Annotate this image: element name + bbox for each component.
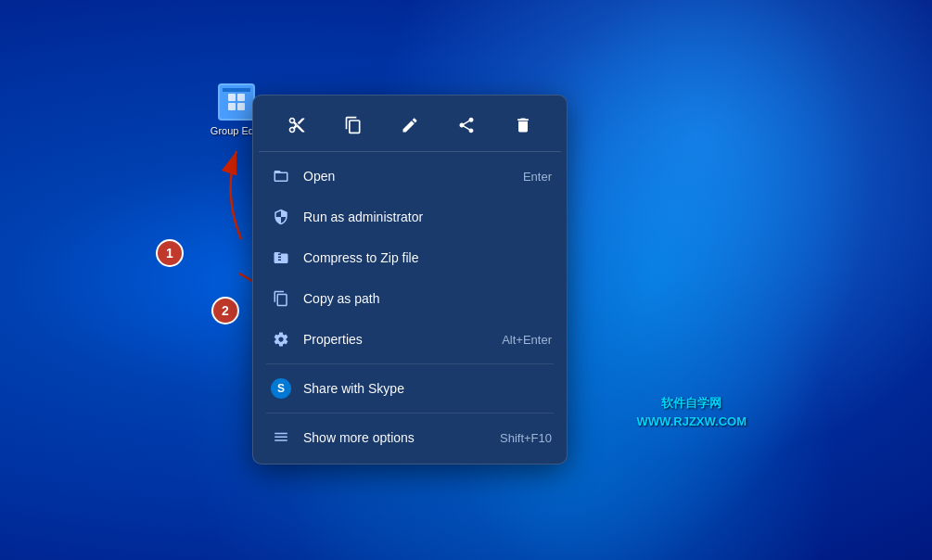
svg-rect-3	[237, 103, 245, 110]
properties-icon	[268, 326, 294, 352]
menu-item-more-options-label: Show more options	[303, 430, 500, 445]
menu-item-skype-label: Share with Skype	[303, 381, 552, 396]
menu-item-open-label: Open	[303, 169, 523, 184]
watermark: 软件自学网 WWW.RJZXW.COM	[637, 394, 747, 430]
toolbar-rename-button[interactable]	[393, 108, 427, 142]
desktop-icon-image	[218, 83, 255, 121]
context-menu: Open Enter Run as administrator Compress…	[252, 95, 568, 465]
toolbar-copy-button[interactable]	[337, 108, 370, 142]
skype-icon: S	[268, 375, 294, 401]
toolbar-delete-button[interactable]	[506, 108, 540, 142]
toolbar-cut-button[interactable]	[280, 108, 313, 142]
menu-item-run-admin-label: Run as administrator	[303, 210, 552, 224]
shield-icon	[268, 204, 294, 230]
menu-item-properties-label: Properties	[303, 332, 502, 347]
context-menu-toolbar	[259, 101, 561, 152]
menu-item-copy-path-label: Copy as path	[303, 291, 552, 306]
copy-path-icon	[268, 286, 294, 312]
svg-rect-0	[228, 94, 236, 101]
menu-item-compress[interactable]: Compress to Zip file	[259, 237, 561, 278]
menu-item-more-options-shortcut: Shift+F10	[500, 431, 552, 445]
menu-item-open-shortcut: Enter	[523, 170, 552, 184]
menu-item-compress-label: Compress to Zip file	[303, 250, 552, 265]
menu-separator-2	[266, 413, 554, 414]
menu-item-open[interactable]: Open Enter	[259, 156, 561, 197]
svg-rect-1	[237, 94, 245, 101]
watermark-line2: WWW.RJZXW.COM	[637, 413, 747, 431]
zip-icon	[268, 245, 294, 271]
watermark-line1: 软件自学网	[637, 394, 747, 413]
menu-item-properties-shortcut: Alt+Enter	[502, 333, 552, 347]
menu-separator-1	[266, 363, 554, 364]
step-badge-2: 2	[211, 297, 239, 325]
menu-item-properties[interactable]: Properties Alt+Enter	[259, 319, 561, 360]
menu-item-run-admin[interactable]: Run as administrator	[259, 197, 561, 237]
menu-item-copy-path[interactable]: Copy as path	[259, 278, 561, 319]
open-icon	[268, 163, 294, 189]
menu-item-skype[interactable]: S Share with Skype	[259, 368, 561, 409]
svg-rect-2	[228, 103, 236, 110]
more-options-icon	[268, 425, 294, 451]
menu-item-more-options[interactable]: Show more options Shift+F10	[259, 417, 561, 458]
step-badge-1: 1	[156, 239, 184, 267]
toolbar-share-button[interactable]	[450, 108, 483, 142]
